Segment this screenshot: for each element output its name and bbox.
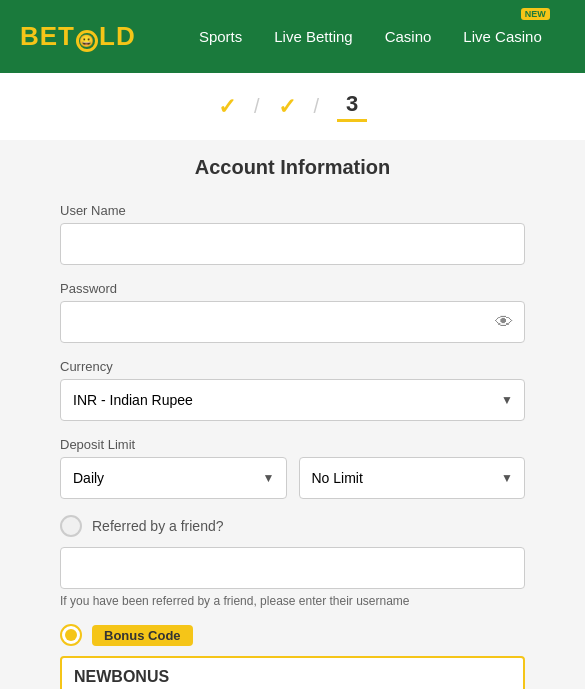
- new-badge-tag: NEW: [521, 8, 550, 20]
- currency-select[interactable]: INR - Indian Rupee USD - US Dollar EUR -…: [60, 379, 525, 421]
- deposit-period-select[interactable]: Daily Weekly Monthly: [60, 457, 287, 499]
- nav: Sports Live Betting Casino NEW Live Casi…: [176, 28, 565, 45]
- deposit-limit-field-group: Deposit Limit Daily Weekly Monthly ▼ No …: [60, 437, 525, 499]
- password-label: Password: [60, 281, 525, 296]
- bonus-code-input-group: [60, 656, 525, 689]
- deposit-limit-label: Deposit Limit: [60, 437, 525, 452]
- step1-check: ✓: [218, 94, 236, 120]
- nav-live-casino[interactable]: NEW Live Casino: [463, 28, 541, 45]
- referred-helper-text: If you have been referred by a friend, p…: [60, 594, 525, 608]
- deposit-amount-wrapper: No Limit 100 500 1000 ▼: [299, 457, 526, 499]
- step3-number: 3: [337, 91, 367, 122]
- bonus-code-radio[interactable]: [60, 624, 82, 646]
- currency-field-group: Currency INR - Indian Rupee USD - US Dol…: [60, 359, 525, 421]
- username-label: User Name: [60, 203, 525, 218]
- bonus-code-label: Bonus Code: [92, 625, 193, 646]
- nav-casino[interactable]: Casino: [385, 28, 432, 45]
- password-wrapper: 👁: [60, 301, 525, 343]
- logo-icon: 😀: [76, 30, 98, 52]
- username-input[interactable]: [60, 223, 525, 265]
- deposit-amount-select[interactable]: No Limit 100 500 1000: [299, 457, 526, 499]
- referred-radio-group: Referred by a friend?: [60, 515, 525, 537]
- form-container: Account Information User Name Password 👁…: [0, 140, 585, 689]
- header: BET😀LD Sports Live Betting Casino NEW Li…: [0, 0, 585, 73]
- bonus-code-input[interactable]: [60, 656, 525, 689]
- referred-label: Referred by a friend?: [92, 518, 224, 534]
- logo: BET😀LD: [20, 21, 136, 52]
- deposit-limit-row: Daily Weekly Monthly ▼ No Limit 100 500 …: [60, 457, 525, 499]
- logo-text: BET😀LD: [20, 21, 136, 52]
- divider2: /: [314, 95, 320, 118]
- eye-icon[interactable]: 👁: [495, 312, 513, 333]
- referred-radio[interactable]: [60, 515, 82, 537]
- divider1: /: [254, 95, 260, 118]
- deposit-period-wrapper: Daily Weekly Monthly ▼: [60, 457, 287, 499]
- referred-input[interactable]: [60, 547, 525, 589]
- referred-input-group: If you have been referred by a friend, p…: [60, 547, 525, 608]
- password-input[interactable]: [60, 301, 525, 343]
- password-field-group: Password 👁: [60, 281, 525, 343]
- progress-bar: ✓ / ✓ / 3: [0, 73, 585, 140]
- nav-sports[interactable]: Sports: [199, 28, 242, 45]
- username-field-group: User Name: [60, 203, 525, 265]
- bonus-code-radio-group: Bonus Code: [60, 624, 525, 646]
- form-title: Account Information: [60, 156, 525, 179]
- currency-label: Currency: [60, 359, 525, 374]
- currency-select-wrapper: INR - Indian Rupee USD - US Dollar EUR -…: [60, 379, 525, 421]
- step2-check: ✓: [278, 94, 296, 120]
- nav-live-betting[interactable]: Live Betting: [274, 28, 352, 45]
